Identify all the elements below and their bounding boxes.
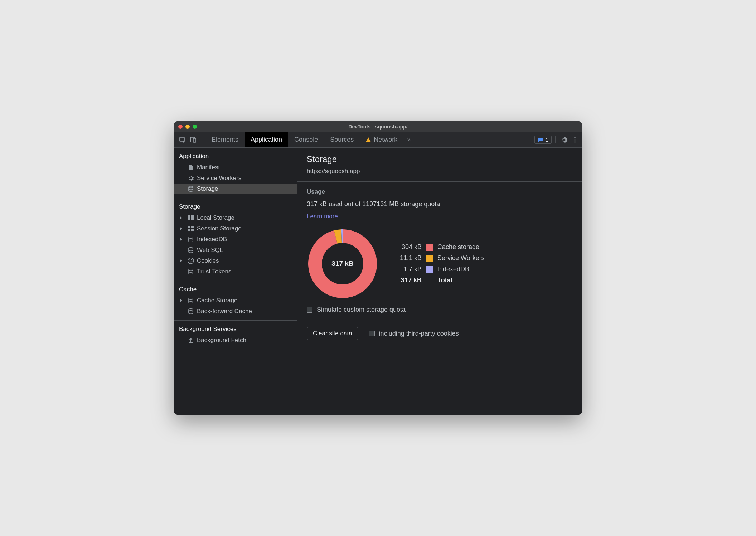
- sidebar-item-label: Web SQL: [197, 247, 223, 254]
- svg-point-24: [189, 309, 193, 310]
- window-title: DevTools - squoosh.app/: [174, 124, 582, 130]
- legend-value: 304 kB: [400, 243, 422, 251]
- sidebar-item-web-sql[interactable]: Web SQL: [174, 245, 297, 255]
- clear-data-section: Clear site data including third-party co…: [297, 320, 582, 347]
- chevron-right-icon: [180, 299, 182, 302]
- window-minimize-button[interactable]: [185, 125, 190, 129]
- svg-rect-9: [188, 218, 190, 220]
- legend-value: 11.1 kB: [400, 254, 422, 262]
- svg-rect-14: [191, 229, 194, 231]
- more-tabs-icon[interactable]: »: [404, 135, 414, 145]
- devtools-window: DevTools - squoosh.app/ Elements Applica…: [174, 121, 582, 415]
- sidebar-item-cookies[interactable]: Cookies: [174, 255, 297, 266]
- sidebar-group-application: Application Manifest Service Workers: [174, 148, 297, 198]
- database-icon: [188, 186, 194, 192]
- usage-text: 317 kB used out of 1197131 MB storage qu…: [307, 200, 573, 208]
- tab-application[interactable]: Application: [245, 132, 288, 147]
- sidebar-item-indexeddb[interactable]: IndexedDB: [174, 234, 297, 245]
- svg-point-18: [189, 260, 190, 261]
- checkbox-icon: [369, 331, 375, 336]
- database-icon: [188, 268, 194, 275]
- donut-center-value: 317 kB: [307, 228, 378, 299]
- sidebar-item-label: IndexedDB: [197, 236, 227, 243]
- sidebar-item-label: Manifest: [197, 164, 220, 171]
- table-icon: [188, 215, 194, 221]
- toolbar-separator: [555, 136, 556, 143]
- gear-icon: [188, 175, 194, 181]
- issues-badge[interactable]: 1: [534, 136, 552, 144]
- sidebar-item-local-storage[interactable]: Local Storage: [174, 213, 297, 223]
- simulate-quota-checkbox[interactable]: Simulate custom storage quota: [307, 306, 573, 313]
- sidebar-item-cache-storage[interactable]: Cache Storage: [174, 295, 297, 306]
- sidebar-header: Background Services: [174, 324, 297, 335]
- tab-elements[interactable]: Elements: [206, 132, 244, 147]
- sidebar-item-bf-cache[interactable]: Back-forward Cache: [174, 306, 297, 317]
- toolbar-separator: [202, 136, 202, 143]
- svg-point-3: [574, 137, 575, 138]
- window-zoom-button[interactable]: [193, 125, 197, 129]
- issues-icon: [538, 137, 543, 143]
- sidebar-item-session-storage[interactable]: Session Storage: [174, 223, 297, 234]
- sidebar-item-label: Trust Tokens: [197, 268, 231, 275]
- sidebar-item-label: Background Fetch: [197, 337, 246, 344]
- database-icon: [188, 308, 194, 315]
- sidebar-item-manifest[interactable]: Manifest: [174, 162, 297, 173]
- inspect-element-icon[interactable]: [178, 135, 188, 145]
- legend-total-label: Total: [437, 277, 485, 284]
- upload-icon: [188, 337, 194, 343]
- tab-sources[interactable]: Sources: [324, 132, 359, 147]
- legend-swatch: [426, 266, 433, 273]
- sidebar-item-label: Back-forward Cache: [197, 308, 252, 315]
- learn-more-link[interactable]: Learn more: [307, 213, 338, 220]
- usage-donut-chart: 317 kB: [307, 228, 378, 299]
- checkbox-label: including third-party cookies: [379, 330, 459, 337]
- panel-header: Storage https://squoosh.app: [297, 148, 582, 182]
- usage-heading: Usage: [307, 188, 573, 195]
- legend-label: IndexedDB: [437, 265, 485, 273]
- panel-origin: https://squoosh.app: [307, 168, 573, 175]
- legend-swatch: [426, 244, 433, 251]
- main-panel: Storage https://squoosh.app Usage 317 kB…: [297, 148, 582, 415]
- sidebar-item-label: Local Storage: [197, 214, 234, 221]
- svg-point-6: [189, 186, 193, 188]
- traffic-lights: [178, 125, 197, 129]
- legend-total-value: 317 kB: [400, 277, 422, 284]
- legend-label: Service Workers: [437, 254, 485, 262]
- svg-point-17: [188, 258, 194, 264]
- third-party-cookies-checkbox[interactable]: including third-party cookies: [369, 330, 459, 337]
- svg-rect-10: [191, 218, 194, 220]
- svg-rect-11: [188, 226, 190, 228]
- sidebar-item-trust-tokens[interactable]: Trust Tokens: [174, 266, 297, 277]
- sidebar-item-storage[interactable]: Storage: [174, 184, 297, 194]
- sidebar-item-label: Service Workers: [197, 175, 241, 182]
- svg-point-4: [574, 139, 575, 140]
- clear-site-data-button[interactable]: Clear site data: [307, 327, 358, 340]
- table-icon: [188, 225, 194, 232]
- panel-title: Storage: [307, 154, 573, 164]
- sidebar-item-background-fetch[interactable]: Background Fetch: [174, 335, 297, 346]
- settings-icon[interactable]: [559, 135, 569, 145]
- svg-point-22: [189, 269, 193, 271]
- tab-console[interactable]: Console: [289, 132, 324, 147]
- usage-section: Usage 317 kB used out of 1197131 MB stor…: [297, 182, 582, 320]
- sidebar-item-label: Storage: [197, 185, 218, 193]
- database-icon: [188, 247, 194, 253]
- checkbox-icon: [307, 307, 312, 313]
- sidebar-header: Cache: [174, 284, 297, 295]
- chevron-right-icon: [180, 227, 182, 230]
- tab-network[interactable]: Network: [360, 132, 403, 147]
- svg-point-23: [189, 298, 193, 299]
- svg-point-15: [189, 237, 193, 238]
- sidebar-group-storage: Storage Local Storage Session Storage: [174, 198, 297, 281]
- svg-point-20: [190, 262, 191, 263]
- sidebar-item-service-workers[interactable]: Service Workers: [174, 173, 297, 184]
- device-toggle-icon[interactable]: [188, 135, 198, 145]
- kebab-menu-icon[interactable]: [570, 135, 580, 145]
- document-icon: [188, 164, 194, 171]
- window-close-button[interactable]: [178, 125, 183, 129]
- cookie-icon: [188, 258, 194, 264]
- legend-swatch: [426, 255, 433, 262]
- svg-rect-13: [188, 229, 190, 231]
- sidebar: Application Manifest Service Workers: [174, 148, 297, 415]
- usage-legend: 304 kB Cache storage 11.1 kB Service Wor…: [400, 243, 485, 284]
